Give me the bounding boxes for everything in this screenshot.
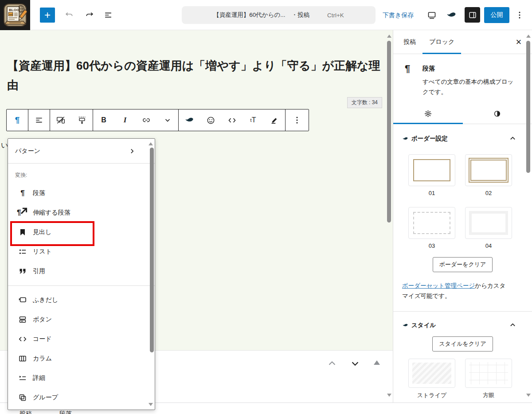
menu-item-5[interactable]: ふきだし — [8, 290, 155, 310]
align-left-icon — [35, 116, 43, 125]
chevron-down-icon — [350, 359, 360, 368]
preset-方眼[interactable]: 方眼 — [465, 359, 512, 399]
font-size-button[interactable]: tT — [243, 109, 264, 131]
italic-button[interactable]: I — [114, 109, 136, 131]
menu-scrollbar-up[interactable] — [149, 142, 153, 145]
block-move-up-button[interactable] — [326, 357, 338, 370]
transform-section-label: 変換: — [15, 172, 155, 179]
preset-04[interactable]: 04 — [465, 207, 512, 249]
block-switcher-button[interactable]: ¶ — [7, 109, 28, 131]
settings-sidebar-toggle[interactable] — [465, 7, 480, 23]
undo-button[interactable] — [64, 10, 74, 20]
tab-styles[interactable] — [463, 104, 532, 124]
canvas-scrollbar-up[interactable] — [387, 35, 391, 38]
sidebar-tab-投稿[interactable]: 投稿 — [397, 30, 422, 54]
style-section-header[interactable]: スタイル — [402, 321, 516, 329]
menu-item-label: リスト — [33, 248, 52, 256]
menu-item-patterns[interactable]: パターン — [8, 139, 155, 164]
preset-label: ストライプ — [417, 391, 447, 399]
swell-format-button[interactable] — [179, 109, 200, 131]
menu-item-4[interactable]: 引用 — [8, 262, 155, 281]
menu-scrollbar-down[interactable] — [149, 403, 153, 406]
bold-button[interactable]: B — [93, 109, 114, 131]
swell-icon — [402, 322, 408, 328]
menu-scrollbar-thumb[interactable] — [150, 148, 154, 352]
emoji-button[interactable] — [200, 109, 221, 131]
chevron-up-icon — [327, 359, 337, 368]
preview-button[interactable] — [426, 10, 437, 20]
preset-label: 方眼 — [483, 391, 494, 399]
marker-button[interactable] — [264, 109, 285, 131]
preset-02[interactable]: 02 — [465, 154, 512, 196]
menu-item-10[interactable]: グループ — [8, 388, 155, 407]
add-block-button[interactable]: + — [40, 8, 55, 23]
close-icon: × — [516, 36, 522, 48]
clear-border-button[interactable]: ボーダーをクリア — [433, 257, 493, 272]
breadcrumb-item[interactable]: 段落 — [59, 410, 72, 414]
device-slash-icon — [56, 115, 66, 125]
menu-item-3[interactable]: リスト — [8, 242, 155, 262]
chevron-up-icon — [509, 322, 516, 328]
redo-icon — [85, 10, 94, 20]
border-section-header[interactable]: ボーダー設定 — [402, 135, 516, 143]
gear-icon — [424, 109, 432, 118]
toolbar-group-block-type: ¶ — [7, 109, 28, 131]
preset-thumbnail — [408, 359, 455, 388]
canvas-scrollbar-thumb[interactable] — [387, 41, 391, 223]
heading-bookmark-icon — [17, 227, 28, 237]
device-visibility-button[interactable] — [50, 109, 71, 131]
close-sidebar-button[interactable]: × — [512, 36, 525, 48]
chevron-right-icon — [129, 148, 135, 154]
link-button[interactable] — [136, 109, 157, 131]
tab-settings[interactable] — [393, 104, 463, 124]
document-overview-button[interactable] — [103, 10, 113, 20]
quote-icon — [17, 266, 28, 276]
block-move-down-button[interactable] — [349, 357, 361, 370]
breadcrumb-item[interactable]: 投稿 — [20, 410, 32, 414]
sidebar-scrollbar-down[interactable] — [526, 394, 531, 397]
settings-sidebar: 投稿ブロック× ¶ 段落 すべての文章の基本の構成ブロックです。 — [393, 30, 532, 402]
preset-01[interactable]: 01 — [408, 154, 455, 196]
preset-ストライプ[interactable]: ストライプ — [408, 359, 455, 399]
menu-item-label: ボタン — [33, 316, 52, 324]
preset-03[interactable]: 03 — [408, 207, 455, 249]
paragraph-icon: ¶ — [15, 115, 20, 125]
scroll-to-top-button[interactable] — [374, 360, 380, 365]
monitor-icon — [426, 10, 437, 20]
site-logo[interactable]: BLOG — [0, 0, 30, 30]
options-menu-button[interactable] — [514, 10, 525, 20]
format-more-button[interactable] — [157, 109, 178, 131]
border-set-admin-link[interactable]: ボーダーセット管理ページ — [402, 282, 475, 289]
swell-settings-button[interactable] — [446, 10, 457, 20]
speech-bubble-icon — [17, 295, 28, 305]
toolbar-group-format: B I — [93, 109, 179, 131]
sidebar-scrollbar-thumb[interactable] — [526, 41, 530, 173]
menu-item-7[interactable]: コード — [8, 329, 155, 349]
publish-button[interactable]: 公開 — [484, 7, 509, 23]
margin-control-button[interactable] — [71, 109, 93, 131]
preset-label: 04 — [485, 242, 492, 249]
menu-item-2[interactable]: 見出し — [8, 223, 155, 242]
align-button[interactable] — [28, 109, 50, 131]
menu-item-label: 見出し — [33, 228, 51, 236]
redo-button[interactable] — [84, 10, 95, 20]
menu-item-label: 詳細 — [33, 374, 45, 382]
post-title[interactable]: 【資産運用】60代からの資産運用は「増やす」より「守る」が正解な理由 — [7, 56, 386, 95]
menu-item-1[interactable]: ¶伸縮する段落 — [8, 203, 155, 223]
list-icon — [17, 247, 28, 257]
clear-style-button[interactable]: スタイルをクリア — [432, 336, 493, 352]
menu-item-9[interactable]: 詳細 — [8, 368, 155, 388]
save-draft-button[interactable]: 下書き保存 — [383, 12, 414, 20]
menu-item-8[interactable]: カラム — [8, 349, 155, 368]
canvas-scrollbar-down[interactable] — [387, 394, 391, 397]
code-icon — [17, 334, 28, 344]
inline-code-button[interactable] — [221, 109, 243, 131]
menu-item-0[interactable]: ¶段落 — [8, 184, 155, 203]
block-options-button[interactable] — [286, 109, 309, 131]
block-card-title: 段落 — [422, 62, 516, 73]
sidebar-tab-ブロック[interactable]: ブロック — [422, 30, 461, 54]
sidebar-scrollbar-up[interactable] — [526, 35, 531, 38]
document-switcher[interactable]: 【資産運用】60代からの... ・投稿 Ctrl+K — [182, 6, 376, 24]
menu-item-6[interactable]: ボタン — [8, 310, 155, 329]
preset-label: 03 — [429, 242, 435, 249]
